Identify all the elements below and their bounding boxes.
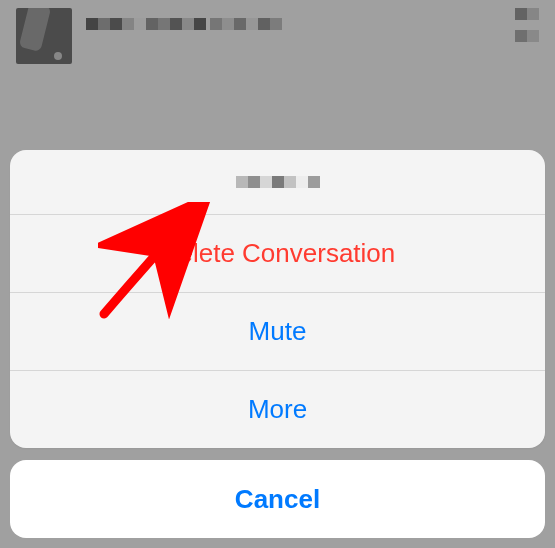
more-button[interactable]: More (10, 370, 545, 448)
action-sheet: Delete Conversation Mute More Cancel (10, 150, 545, 538)
action-sheet-main-group: Delete Conversation Mute More (10, 150, 545, 448)
action-sheet-cancel-group: Cancel (10, 460, 545, 538)
action-sheet-title (10, 150, 545, 214)
delete-conversation-label: Delete Conversation (160, 238, 396, 269)
cancel-button[interactable]: Cancel (10, 460, 545, 538)
more-label: More (248, 394, 307, 425)
mute-label: Mute (249, 316, 307, 347)
delete-conversation-button[interactable]: Delete Conversation (10, 214, 545, 292)
redacted-sheet-title (236, 176, 320, 188)
cancel-label: Cancel (235, 484, 320, 515)
mute-button[interactable]: Mute (10, 292, 545, 370)
